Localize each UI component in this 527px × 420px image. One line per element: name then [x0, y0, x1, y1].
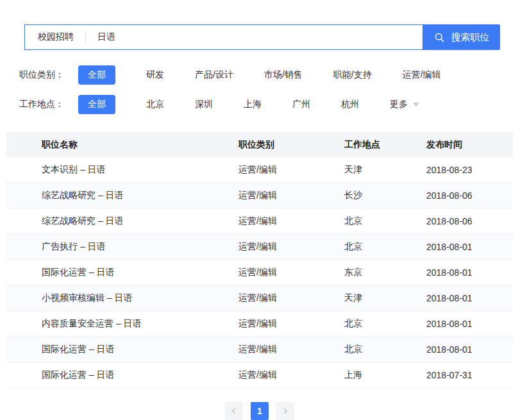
search-input[interactable]: [97, 25, 422, 49]
prev-page-button[interactable]: [225, 402, 243, 420]
cell-location: 天津: [344, 292, 426, 304]
cell-date: 2018-08-01: [426, 267, 513, 278]
cell-location: 北京: [344, 318, 426, 330]
search-divider: [85, 32, 86, 42]
cell-date: 2018-08-06: [426, 216, 513, 226]
cell-title: 广告执行 – 日语: [42, 241, 238, 253]
filter-option-category[interactable]: 研发: [146, 69, 164, 81]
cell-date: 2018-07-31: [426, 370, 513, 380]
cell-location: 长沙: [344, 190, 426, 201]
table-row[interactable]: 小视频审核编辑 – 日语运营/编辑天津2018-08-01: [6, 285, 513, 311]
search-box: 校园招聘: [24, 24, 423, 50]
table-row[interactable]: 内容质量安全运营 – 日语运营/编辑北京2018-08-01: [6, 311, 513, 337]
filter-option-location[interactable]: 北京: [146, 99, 164, 110]
chevron-down-icon: [413, 103, 419, 106]
search-button-label: 搜索职位: [451, 31, 490, 44]
cell-title: 内容质量安全运营 – 日语: [42, 318, 238, 330]
page-button-1[interactable]: 1: [251, 402, 269, 420]
filter-row-category: 职位类别：全部研发产品/设计市场/销售职能/支持运营/编辑: [19, 65, 527, 85]
cell-location: 上海: [344, 369, 426, 381]
table-body: 文本识别 – 日语运营/编辑天津2018-08-23综艺战略研究 – 日语运营/…: [6, 157, 513, 388]
cell-location: 北京: [344, 241, 426, 253]
cell-date: 2018-08-23: [426, 165, 513, 175]
cell-location: 北京: [344, 215, 426, 227]
table-header: 职位名称职位类别工作地点发布时间: [6, 132, 513, 157]
pagination: 1: [6, 402, 513, 420]
filter-option-location-active[interactable]: 全部: [78, 95, 115, 114]
filter-option-location[interactable]: 杭州: [341, 99, 359, 110]
cell-category: 运营/编辑: [238, 344, 344, 355]
cell-category: 运营/编辑: [238, 267, 344, 278]
cell-date: 2018-08-01: [426, 319, 513, 329]
column-header-date: 发布时间: [426, 139, 513, 151]
cell-date: 2018-08-01: [426, 293, 513, 303]
filter-option-category[interactable]: 市场/销售: [264, 69, 303, 81]
cell-title: 国际化运营 – 日语: [42, 369, 238, 381]
job-table: 职位名称职位类别工作地点发布时间 文本识别 – 日语运营/编辑天津2018-08…: [6, 132, 513, 388]
cell-title: 国际化运营 – 日语: [42, 344, 238, 355]
filter-option-category[interactable]: 职能/支持: [333, 69, 372, 81]
table-row[interactable]: 国际化运营 – 日语运营/编辑上海2018-07-31: [6, 362, 513, 388]
cell-location: 北京: [344, 344, 426, 355]
filter-row-location: 工作地点：全部北京深圳上海广州杭州更多: [19, 95, 527, 114]
cell-category: 运营/编辑: [238, 241, 344, 253]
table-row[interactable]: 综艺战略研究 – 日语运营/编辑长沙2018-08-06: [6, 183, 513, 208]
table-row[interactable]: 国际化运营 – 日语运营/编辑东京2018-08-01: [6, 260, 513, 285]
cell-category: 运营/编辑: [238, 215, 344, 227]
filter-more-location[interactable]: 更多: [390, 99, 419, 110]
cell-category: 运营/编辑: [238, 318, 344, 330]
filter-option-category[interactable]: 运营/编辑: [403, 69, 441, 81]
filter-label-location: 工作地点：: [19, 99, 78, 110]
filter-option-location[interactable]: 深圳: [195, 99, 213, 110]
cell-title: 国际化运营 – 日语: [42, 267, 238, 278]
cell-title: 综艺战略研究 – 日语: [42, 215, 238, 227]
search-icon: [434, 32, 445, 43]
filter-option-location[interactable]: 上海: [244, 99, 262, 110]
chevron-left-icon: [231, 408, 237, 414]
table-row[interactable]: 国际化运营 – 日语运营/编辑北京2018-08-01: [6, 337, 513, 362]
table-row[interactable]: 综艺战略研究 – 日语运营/编辑北京2018-08-06: [6, 208, 513, 234]
job-search-page: 校园招聘 搜索职位 职位类别：全部研发产品/设计市场/销售职能/支持运营/编辑工…: [0, 24, 527, 420]
filter-options-location: 全部北京深圳上海广州杭州更多: [78, 95, 419, 114]
search-bar: 校园招聘 搜索职位: [24, 24, 527, 50]
cell-title: 小视频审核编辑 – 日语: [42, 292, 238, 304]
next-page-button[interactable]: [276, 402, 294, 420]
cell-category: 运营/编辑: [238, 190, 344, 201]
cell-title: 文本识别 – 日语: [42, 164, 238, 176]
column-header-title: 职位名称: [42, 139, 238, 151]
cell-category: 运营/编辑: [238, 292, 344, 304]
cell-location: 天津: [344, 164, 426, 176]
filter-section: 职位类别：全部研发产品/设计市场/销售职能/支持运营/编辑工作地点：全部北京深圳…: [19, 65, 527, 114]
filter-option-category-active[interactable]: 全部: [78, 65, 115, 85]
table-row[interactable]: 广告执行 – 日语运营/编辑北京2018-08-01: [6, 234, 513, 260]
filter-option-location[interactable]: 广州: [292, 99, 310, 110]
filter-label-category: 职位类别：: [19, 69, 78, 81]
chevron-right-icon: [282, 408, 289, 414]
cell-location: 东京: [344, 267, 426, 278]
column-header-category: 职位类别: [238, 139, 344, 151]
cell-date: 2018-08-01: [426, 242, 513, 252]
cell-category: 运营/编辑: [238, 164, 344, 176]
filter-options-category: 全部研发产品/设计市场/销售职能/支持运营/编辑: [78, 65, 441, 85]
column-header-location: 工作地点: [344, 139, 426, 151]
table-row[interactable]: 文本识别 – 日语运营/编辑天津2018-08-23: [6, 157, 513, 183]
search-button[interactable]: 搜索职位: [423, 24, 500, 50]
cell-title: 综艺战略研究 – 日语: [42, 190, 238, 201]
cell-date: 2018-08-06: [426, 190, 513, 201]
search-category-selector[interactable]: 校园招聘: [38, 31, 74, 43]
filter-option-category[interactable]: 产品/设计: [195, 69, 233, 81]
cell-category: 运营/编辑: [238, 369, 344, 381]
cell-date: 2018-08-01: [426, 344, 513, 355]
